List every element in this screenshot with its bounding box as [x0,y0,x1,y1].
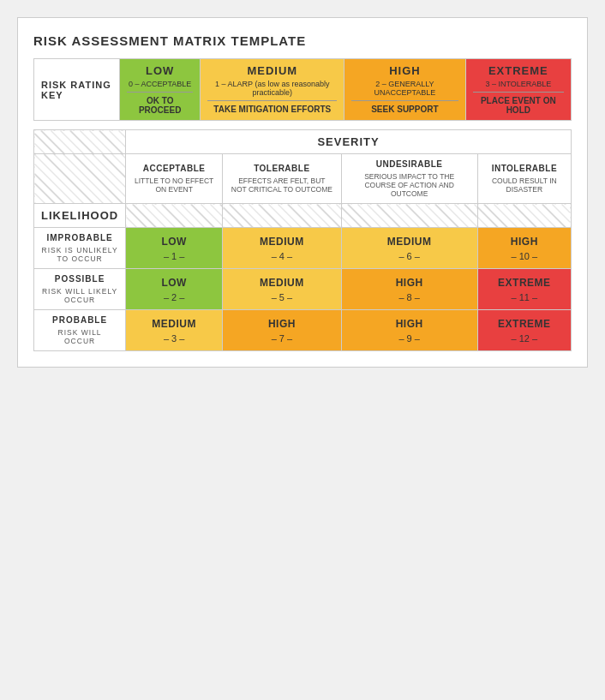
rk-extreme-divider [473,92,564,93]
col-header-undesirable: UNDESIRABLE SERIOUS IMPACT TO THE COURSE… [341,154,477,204]
row-possible-label: POSSIBLE RISK WILL LIKELY OCCUR [34,269,126,310]
rk-medium-header: MEDIUM [207,64,337,77]
rk-medium-divider [207,100,337,101]
rk-medium-cell: MEDIUM 1 – ALARP (as low as reasonably p… [201,59,344,121]
rating-key-table: RISK RATING KEY LOW 0 – ACCEPTABLE OK TO… [33,58,572,121]
rk-high-sub: 2 – GENERALLY UNACCEPTABLE [351,80,458,97]
rk-low-header: LOW [127,64,193,77]
cell-probable-undesirable: HIGH – 9 – [341,310,477,351]
lh-hatched-3 [341,204,477,228]
cell-improbable-acceptable: LOW – 1 – [126,228,223,269]
corner-hatched [34,130,126,154]
rk-extreme-sub: 3 – INTOLERABLE [473,80,564,88]
rating-key-label: RISK RATING KEY [34,59,120,121]
severity-matrix-table: SEVERITY ACCEPTABLE LITTLE TO NO EFFECT … [33,129,572,351]
row-probable-label: PROBABLE RISK WILL OCCUR [34,310,126,351]
rk-high-header: HIGH [351,64,458,77]
severity-header: SEVERITY [126,130,572,154]
cell-probable-intolerable: EXTREME – 12 – [477,310,571,351]
col-header-intolerable: INTOLERABLE COULD RESULT IN DISASTER [477,154,571,204]
cell-improbable-undesirable: MEDIUM – 6 – [341,228,477,269]
rk-low-cell: LOW 0 – ACCEPTABLE OK TO PROCEED [120,59,201,121]
rk-extreme-action: PLACE EVENT ON HOLD [473,96,564,115]
likelihood-header: LIKELIHOOD [34,204,126,228]
rk-medium-sub: 1 – ALARP (as low as reasonably practica… [207,80,337,97]
main-container: RISK ASSESSMENT MATRIX TEMPLATE RISK RAT… [17,17,588,368]
row-improbable-label: IMPROBABLE RISK IS UNLIKELY TO OCCUR [34,228,126,269]
cell-improbable-tolerable: MEDIUM – 4 – [223,228,341,269]
lh-hatched-1 [126,204,223,228]
page-title: RISK ASSESSMENT MATRIX TEMPLATE [33,33,572,48]
rk-low-divider [127,92,193,93]
rk-medium-action: TAKE MITIGATION EFFORTS [207,105,337,114]
cell-probable-tolerable: HIGH – 7 – [223,310,341,351]
lh-hatched-2 [223,204,341,228]
rk-high-action: SEEK SUPPORT [351,105,458,114]
cell-possible-intolerable: EXTREME – 11 – [477,269,571,310]
cell-probable-acceptable: MEDIUM – 3 – [126,310,223,351]
rk-high-cell: HIGH 2 – GENERALLY UNACCEPTABLE SEEK SUP… [344,59,465,121]
rk-low-action: OK TO PROCEED [127,96,193,115]
rk-low-sub: 0 – ACCEPTABLE [127,80,193,88]
cell-possible-undesirable: HIGH – 8 – [341,269,477,310]
cell-possible-acceptable: LOW – 2 – [126,269,223,310]
lh-hatched-4 [477,204,571,228]
col-header-tolerable: TOLERABLE EFFECTS ARE FELT, BUT NOT CRIT… [223,154,341,204]
col-header-acceptable: ACCEPTABLE LITTLE TO NO EFFECT ON EVENT [126,154,223,204]
cell-possible-tolerable: MEDIUM – 5 – [223,269,341,310]
rk-high-divider [351,100,458,101]
cell-improbable-intolerable: HIGH – 10 – [477,228,571,269]
corner-hatched-2 [34,154,126,204]
rk-extreme-cell: EXTREME 3 – INTOLERABLE PLACE EVENT ON H… [465,59,571,121]
rk-extreme-header: EXTREME [473,64,564,77]
